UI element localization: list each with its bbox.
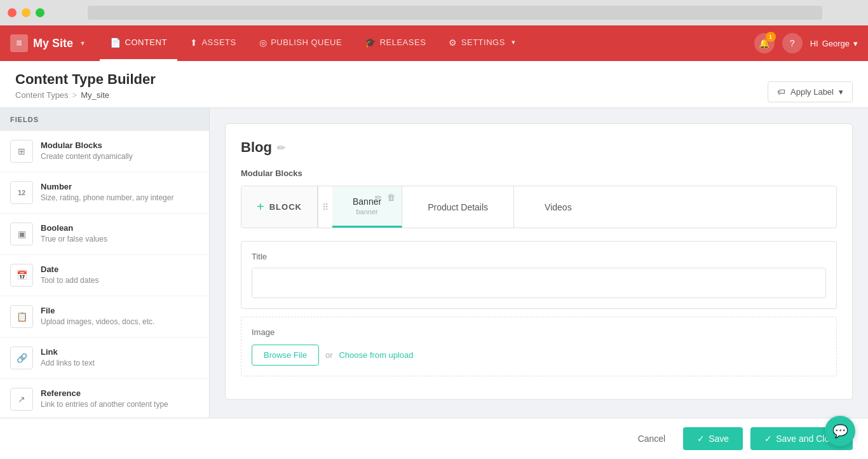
titlebar xyxy=(0,0,868,25)
field-item-modular-blocks[interactable]: ⊞ Modular Blocks Create content dynamica… xyxy=(0,131,209,172)
field-item-link[interactable]: 🔗 Link Add links to text xyxy=(0,338,209,379)
field-name-date: Date xyxy=(41,264,199,274)
field-info-date: Date Tool to add dates xyxy=(41,264,199,286)
blocks-row: + BLOCK ⠿ ✏ 🗑 Banner banner xyxy=(241,186,837,228)
title-field-label: Title xyxy=(252,252,826,261)
field-info-number: Number Size, rating, phone number, any i… xyxy=(41,182,199,203)
apply-label-button[interactable]: 🏷 Apply Label ▾ xyxy=(768,81,853,102)
field-desc-link: Add links to text xyxy=(41,358,199,369)
site-logo[interactable]: ≡ My Site ▾ xyxy=(10,34,85,52)
field-item-reference[interactable]: ↗ Reference Link to entries of another c… xyxy=(0,379,209,418)
delete-banner-button[interactable]: 🗑 xyxy=(386,191,397,203)
blog-title-row: Blog ✏ xyxy=(241,139,837,156)
field-name-reference: Reference xyxy=(41,388,199,398)
title-input[interactable] xyxy=(252,268,826,298)
nav-item-content[interactable]: 📄 CONTENT xyxy=(100,25,177,61)
banner-block-sub: banner xyxy=(356,208,377,216)
add-block-button[interactable]: + BLOCK xyxy=(241,186,318,228)
help-button[interactable]: ? xyxy=(782,33,803,53)
user-menu[interactable]: HI George ▾ xyxy=(810,39,858,48)
notification-badge: 1 xyxy=(766,32,776,42)
date-icon: 📅 xyxy=(10,264,33,287)
nav-content-label: CONTENT xyxy=(125,38,167,47)
cancel-button[interactable]: Cancel xyxy=(628,428,676,449)
image-controls: Browse File or Choose from upload xyxy=(252,345,826,366)
breadcrumb: Content Types > My_site xyxy=(15,90,156,107)
user-greeting: HI xyxy=(810,39,818,48)
field-desc-file: Upload images, videos, docs, etc. xyxy=(41,317,199,327)
save-close-check-icon: ✓ xyxy=(764,434,772,444)
nav-item-publish-queue[interactable]: ◎ PUBLISH QUEUE xyxy=(249,25,352,61)
add-block-text: BLOCK xyxy=(269,202,302,212)
field-name-boolean: Boolean xyxy=(41,223,199,233)
block-tab-actions: ✏ 🗑 xyxy=(374,191,397,203)
maximize-button[interactable] xyxy=(36,8,44,17)
edit-blog-title-icon[interactable]: ✏ xyxy=(277,142,285,154)
field-desc-modular-blocks: Create content dynamically xyxy=(41,151,199,162)
navbar: ≡ My Site ▾ 📄 CONTENT ⬆ ASSETS ◎ PUBLISH… xyxy=(0,25,868,61)
site-name: My Site xyxy=(33,37,73,50)
assets-icon: ⬆ xyxy=(190,38,198,48)
title-field-section: Title xyxy=(241,241,837,309)
modular-blocks-label: Modular Blocks xyxy=(241,168,837,178)
browse-file-button[interactable]: Browse File xyxy=(252,345,319,366)
page-title: Content Type Builder xyxy=(15,71,156,88)
field-item-date[interactable]: 📅 Date Tool to add dates xyxy=(0,255,209,296)
nav-items: 📄 CONTENT ⬆ ASSETS ◎ PUBLISH QUEUE 🎓 REL… xyxy=(100,25,754,61)
field-name-modular-blocks: Modular Blocks xyxy=(41,140,199,150)
content-area: FIELDS ⊞ Modular Blocks Create content d… xyxy=(0,108,868,418)
field-name-number: Number xyxy=(41,182,199,191)
or-text: or xyxy=(325,350,333,360)
chat-icon: 💬 xyxy=(832,423,848,439)
banner-drag-handle[interactable]: ⠿ xyxy=(318,186,332,228)
block-tab-banner[interactable]: ✏ 🗑 Banner banner xyxy=(332,186,402,228)
modular-blocks-icon: ⊞ xyxy=(10,140,33,163)
minimize-button[interactable] xyxy=(22,8,31,17)
field-info-reference: Reference Link to entries of another con… xyxy=(41,388,199,410)
nav-item-assets[interactable]: ⬆ ASSETS xyxy=(180,25,247,61)
link-icon: 🔗 xyxy=(10,346,33,369)
apply-label-text: Apply Label xyxy=(790,87,834,97)
nav-item-settings[interactable]: ⚙ SETTINGS ▾ xyxy=(438,25,526,61)
fields-sidebar: FIELDS ⊞ Modular Blocks Create content d… xyxy=(0,108,210,418)
notification-button[interactable]: 🔔 1 xyxy=(754,33,775,53)
save-label: Save xyxy=(709,434,729,444)
save-button[interactable]: ✓ Save xyxy=(683,427,743,450)
publish-icon: ◎ xyxy=(259,38,268,48)
sidebar-header: FIELDS xyxy=(0,108,209,131)
field-item-boolean[interactable]: ▣ Boolean True or false values xyxy=(0,214,209,255)
product-details-name: Product Details xyxy=(428,202,488,212)
field-name-file: File xyxy=(41,306,199,315)
block-tab-videos[interactable]: Videos xyxy=(514,186,602,228)
nav-settings-label: SETTINGS xyxy=(461,38,505,47)
label-icon: 🏷 xyxy=(777,87,785,97)
breadcrumb-separator: > xyxy=(72,90,78,100)
boolean-icon: ▣ xyxy=(10,223,33,245)
breadcrumb-parent[interactable]: Content Types xyxy=(15,90,69,100)
add-block-icon: + xyxy=(257,200,264,214)
builder-area: Blog ✏ Modular Blocks + BLOCK ⠿ xyxy=(210,108,868,418)
field-desc-number: Size, rating, phone number, any integer xyxy=(41,193,199,203)
nav-item-releases[interactable]: 🎓 RELEASES xyxy=(355,25,436,61)
block-tab-product-details[interactable]: Product Details xyxy=(402,186,514,228)
field-item-number[interactable]: 12 Number Size, rating, phone number, an… xyxy=(0,172,209,214)
builder-card: Blog ✏ Modular Blocks + BLOCK ⠿ xyxy=(225,123,853,400)
apply-label-arrow: ▾ xyxy=(839,87,843,97)
file-icon: 📋 xyxy=(10,305,33,328)
nav-publish-label: PUBLISH QUEUE xyxy=(271,38,342,47)
nav-releases-label: RELEASES xyxy=(380,38,426,47)
field-item-file[interactable]: 📋 File Upload images, videos, docs, etc. xyxy=(0,296,209,338)
reference-icon: ↗ xyxy=(10,388,33,411)
videos-name: Videos xyxy=(545,202,572,212)
image-field-label: Image xyxy=(252,327,826,337)
close-button[interactable] xyxy=(8,8,17,17)
address-bar xyxy=(88,6,822,20)
nav-assets-label: ASSETS xyxy=(201,38,236,47)
choose-from-upload-link[interactable]: Choose from upload xyxy=(339,350,413,360)
field-info-modular-blocks: Modular Blocks Create content dynamicall… xyxy=(41,140,199,162)
chat-button[interactable]: 💬 xyxy=(825,416,855,446)
blog-title: Blog xyxy=(241,139,272,156)
field-desc-boolean: True or false values xyxy=(41,234,199,245)
user-arrow: ▾ xyxy=(853,39,858,48)
edit-banner-button[interactable]: ✏ xyxy=(374,191,383,203)
